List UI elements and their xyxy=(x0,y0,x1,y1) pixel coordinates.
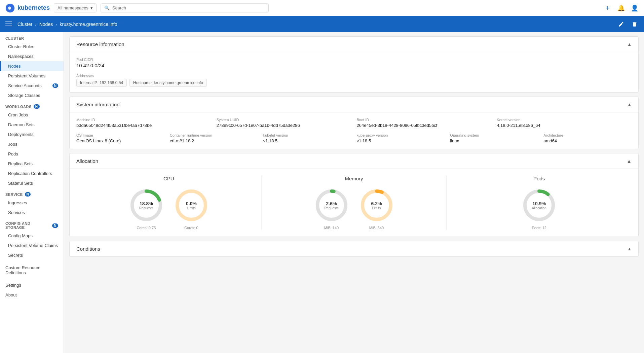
breadcrumb-nodes[interactable]: Nodes xyxy=(39,22,53,27)
sidebar-item-persistent-volumes[interactable]: Persistent Volumes xyxy=(0,71,64,81)
sidebar-item-config-maps[interactable]: Config Maps xyxy=(0,231,64,241)
conditions-title: Conditions xyxy=(76,246,100,252)
sys-grid-top: Machine ID b3da65049d244f53a531fbe4aa7d7… xyxy=(76,118,632,128)
sidebar-item-persistent-volume-claims[interactable]: Persistent Volume Claims xyxy=(0,241,64,250)
sidebar-item-about[interactable]: About xyxy=(0,290,64,300)
sidebar-item-daemon-sets[interactable]: Daemon Sets xyxy=(0,120,64,130)
addresses-label: Addresses xyxy=(76,74,632,78)
container-runtime-value: cri-o://1.18.2 xyxy=(170,138,258,143)
pods-alloc-donut: 10.9% Allocation xyxy=(521,187,558,224)
pods-alloc-sub: Pods: 12 xyxy=(532,226,546,230)
topbar: ⎈ kubernetes All namespaces ▾ 🔍 + 🔔 👤 xyxy=(0,0,644,16)
cpu-requests-sub: Cores: 0.75 xyxy=(137,226,156,230)
sidebar-item-pods[interactable]: Pods xyxy=(0,149,64,159)
addresses-field: Addresses InternalIP: 192.168.0.54 Hostn… xyxy=(76,74,632,87)
sidebar-item-cluster-roles[interactable]: Cluster Roles xyxy=(0,42,64,51)
os-image-label: OS Image xyxy=(76,133,164,137)
service-section: Service N xyxy=(0,188,64,198)
allocation-body: CPU 18.8% xyxy=(70,169,638,237)
sidebar-item-secrets[interactable]: Secrets xyxy=(0,250,64,260)
system-uuid-value: 278e9c00-657d-1e07-ba1b-4dd75da3e286 xyxy=(217,123,351,128)
machine-id-field: Machine ID b3da65049d244f53a531fbe4aa7d7… xyxy=(76,118,211,128)
sidebar-item-nodes[interactable]: Nodes xyxy=(0,61,64,71)
pod-cidr-value: 10.42.0.0/24 xyxy=(76,63,632,68)
memory-requests-chart: 2.6% Requests MiB: 140 xyxy=(313,187,350,230)
resource-info-body: Pod CIDR 10.42.0.0/24 Addresses Internal… xyxy=(70,52,638,92)
workloads-section-title: Workloads N xyxy=(5,104,58,109)
sidebar-item-storage-classes[interactable]: Storage Classes xyxy=(0,91,64,100)
svg-rect-4 xyxy=(5,26,12,26)
search-bar[interactable]: 🔍 xyxy=(101,3,269,12)
pod-cidr-label: Pod CIDR xyxy=(76,58,632,62)
namespace-selector[interactable]: All namespaces ▾ xyxy=(54,3,97,12)
user-icon[interactable]: 👤 xyxy=(631,4,639,12)
sidebar-item-ingresses[interactable]: Ingresses xyxy=(0,198,64,208)
arch-label: Architecture xyxy=(543,133,632,137)
sidebar-item-namespaces[interactable]: Namespaces xyxy=(0,51,64,61)
svg-text:⎈: ⎈ xyxy=(8,5,11,11)
sidebar-item-jobs[interactable]: Jobs xyxy=(0,139,64,149)
system-info-card: System information ▲ Machine ID b3da6504… xyxy=(69,97,639,149)
boot-id-field: Boot ID 264e45ed-3b18-4428-8096-05fbc3ed… xyxy=(357,118,492,128)
breadcrumb-cluster[interactable]: Cluster xyxy=(17,22,32,27)
sidebar-item-deployments[interactable]: Deployments xyxy=(0,130,64,139)
sidebar-item-stateful-sets[interactable]: Stateful Sets xyxy=(0,178,64,188)
memory-limits-donut: 6.2% Limits xyxy=(358,187,395,224)
config-section-title: Config and Storage N xyxy=(5,221,58,230)
sidebar-item-replica-sets[interactable]: Replica Sets xyxy=(0,159,64,169)
service-section-title: Service N xyxy=(5,192,58,197)
cpu-limits-center: 0.0% Limits xyxy=(186,201,197,210)
cpu-charts: 18.8% Requests Cores: 0.75 xyxy=(128,187,210,230)
cpu-limits-sub: Cores: 0 xyxy=(184,226,198,230)
kernel-field: Kernel version 4.18.0-211.el8.x86_64 xyxy=(497,118,632,128)
system-info-toggle[interactable]: ▲ xyxy=(627,102,632,107)
sidebar-item-cron-jobs[interactable]: Cron Jobs xyxy=(0,110,64,120)
resource-info-title: Resource information xyxy=(76,41,124,47)
resource-info-toggle[interactable]: ▲ xyxy=(627,42,632,47)
allocation-toggle[interactable]: ▲ xyxy=(627,158,632,164)
conditions-header: Conditions ▲ xyxy=(70,241,638,256)
add-icon[interactable]: + xyxy=(604,4,612,12)
breadcrumb-bar: Cluster › Nodes › krusty.home.greenmice.… xyxy=(0,16,644,32)
sidebar-item-service-accounts[interactable]: Service Accounts N xyxy=(0,81,64,91)
container-runtime-field: Container runtime version cri-o://1.18.2 xyxy=(170,133,258,143)
address-badge-1: Hostname: krusty.home.greenmice.info xyxy=(129,79,207,87)
system-uuid-label: System UUID xyxy=(217,118,351,122)
machine-id-value: b3da65049d244f53a531fbe4aa7d73be xyxy=(76,123,211,128)
memory-group: Memory 2.6% xyxy=(262,176,447,230)
pods-charts: 10.9% Allocation Pods: 12 xyxy=(521,187,558,230)
memory-limits-chart: 6.2% Limits MiB: 340 xyxy=(358,187,395,230)
boot-id-value: 264e45ed-3b18-4428-8096-05fbc3ed5bcf xyxy=(357,123,492,128)
system-info-body: Machine ID b3da65049d244f53a531fbe4aa7d7… xyxy=(70,112,638,149)
cluster-section-title: Cluster xyxy=(5,36,58,40)
notifications-icon[interactable]: 🔔 xyxy=(617,4,625,12)
conditions-toggle[interactable]: ▲ xyxy=(627,246,632,251)
pods-title: Pods xyxy=(533,176,545,181)
edit-button[interactable] xyxy=(617,20,625,28)
system-info-header: System information ▲ xyxy=(70,97,638,112)
sidebar-item-services[interactable]: Services xyxy=(0,208,64,217)
delete-button[interactable] xyxy=(631,20,639,28)
workloads-section: Workloads N xyxy=(0,100,64,110)
menu-icon[interactable] xyxy=(5,21,12,28)
sidebar-item-crd[interactable]: Custom Resource Definitions xyxy=(0,263,64,278)
cpu-requests-center: 18.8% Requests xyxy=(139,201,153,210)
sidebar-item-replication-controllers[interactable]: Replication Controllers xyxy=(0,169,64,178)
cpu-requests-pct: 18.8% xyxy=(139,201,153,206)
search-input[interactable] xyxy=(112,5,265,10)
search-icon: 🔍 xyxy=(104,5,110,10)
pod-cidr-field: Pod CIDR 10.42.0.0/24 xyxy=(76,58,632,68)
os-image-value: CentOS Linux 8 (Core) xyxy=(76,138,164,143)
sidebar-item-settings[interactable]: Settings xyxy=(0,280,64,290)
memory-requests-label: Requests xyxy=(324,206,338,210)
breadcrumb-actions xyxy=(617,20,639,28)
resource-info-header: Resource information ▲ xyxy=(70,37,638,52)
system-uuid-field: System UUID 278e9c00-657d-1e07-ba1b-4dd7… xyxy=(217,118,351,128)
machine-id-label: Machine ID xyxy=(76,118,211,122)
pods-alloc-label: Allocation xyxy=(532,206,546,210)
cluster-section: Cluster xyxy=(0,32,64,42)
app-logo[interactable]: ⎈ kubernetes xyxy=(5,3,50,13)
allocation-groups: CPU 18.8% xyxy=(76,176,632,230)
svg-rect-2 xyxy=(5,22,12,22)
chevron-down-icon: ▾ xyxy=(90,5,93,10)
